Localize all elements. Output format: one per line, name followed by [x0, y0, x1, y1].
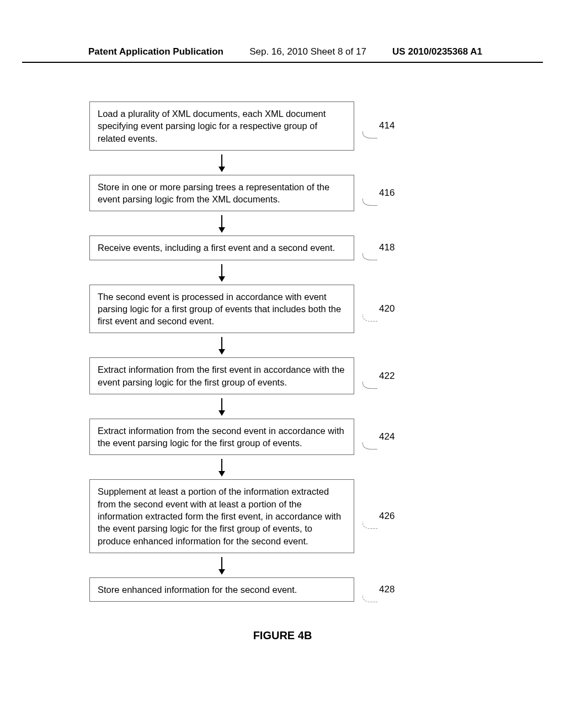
step-box-424: Extract information from the second even… — [89, 419, 354, 456]
arrow — [89, 211, 354, 235]
publication-title: Patent Application Publication — [88, 46, 223, 57]
step-box-418: Receive events, including a first event … — [89, 235, 354, 260]
flow-step: Receive events, including a first event … — [89, 235, 476, 260]
flow-step: Store enhanced information for the secon… — [89, 577, 476, 602]
step-text: Store enhanced information for the secon… — [98, 585, 297, 595]
step-box-426: Supplement at least a portion of the inf… — [89, 479, 354, 553]
step-text: Extract information from the second even… — [98, 426, 344, 448]
step-text: The second event is processed in accorda… — [98, 292, 341, 326]
step-text: Load a plurality of XML documents, each … — [98, 109, 326, 143]
step-box-428: Store enhanced information for the secon… — [89, 577, 354, 602]
ref-number: 420 — [379, 303, 395, 314]
step-text: Supplement at least a portion of the inf… — [98, 486, 341, 545]
figure-caption: FIGURE 4B — [0, 629, 565, 642]
page-header: Patent Application Publication Sep. 16, … — [22, 0, 543, 63]
step-text: Store in one or more parsing trees a rep… — [98, 182, 329, 204]
arrow — [89, 394, 354, 419]
step-box-420: The second event is processed in accorda… — [89, 285, 354, 334]
arrow — [89, 151, 354, 175]
ref-number: 422 — [379, 371, 395, 382]
ref-number: 416 — [379, 188, 395, 199]
flow-step: Store in one or more parsing trees a rep… — [89, 175, 476, 212]
arrow — [89, 553, 354, 577]
flow-step: Extract information from the second even… — [89, 419, 476, 456]
arrow — [89, 333, 354, 357]
step-text: Extract information from the first event… — [98, 365, 345, 387]
ref-number: 426 — [379, 511, 395, 522]
step-box-422: Extract information from the first event… — [89, 357, 354, 394]
arrow — [89, 260, 354, 285]
flow-step: Extract information from the first event… — [89, 357, 476, 394]
ref-number: 414 — [379, 120, 395, 131]
step-text: Receive events, including a first event … — [98, 243, 335, 253]
sheet-info: Sep. 16, 2010 Sheet 8 of 17 — [249, 46, 366, 57]
step-box-414: Load a plurality of XML documents, each … — [89, 101, 354, 151]
flow-step: Load a plurality of XML documents, each … — [89, 101, 476, 151]
ref-number: 428 — [379, 584, 395, 595]
flow-step: The second event is processed in accorda… — [89, 285, 476, 334]
arrow — [89, 455, 354, 479]
step-box-416: Store in one or more parsing trees a rep… — [89, 175, 354, 212]
flowchart: Load a plurality of XML documents, each … — [89, 101, 476, 602]
ref-number: 418 — [379, 242, 395, 253]
ref-number: 424 — [379, 431, 395, 442]
publication-number: US 2010/0235368 A1 — [392, 46, 482, 57]
flow-step: Supplement at least a portion of the inf… — [89, 479, 476, 553]
